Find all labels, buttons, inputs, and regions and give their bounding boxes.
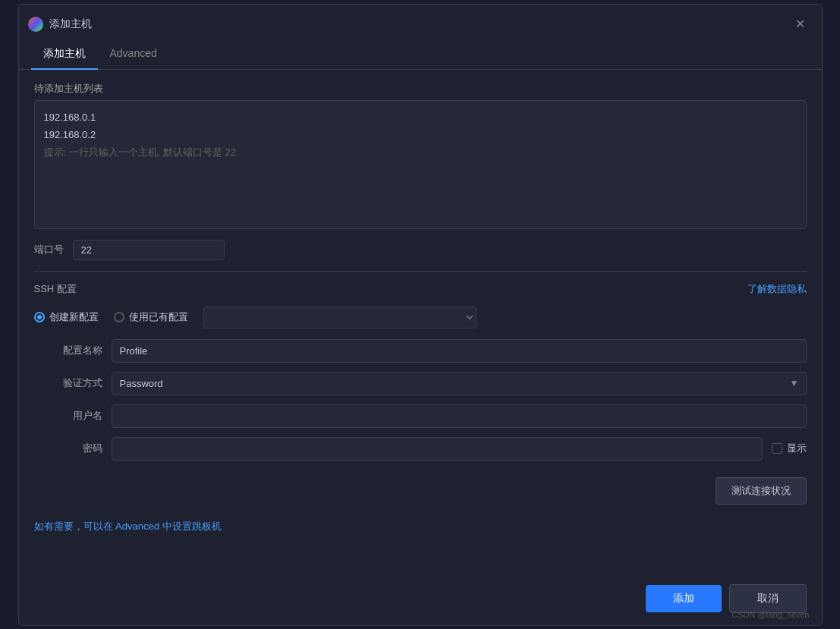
profile-name-row: 配置名称	[49, 339, 807, 363]
dialog-title: 添加主机	[49, 17, 92, 31]
cancel-button[interactable]: 取消	[729, 584, 807, 613]
profile-name-input[interactable]	[112, 339, 807, 363]
auth-method-wrapper: Password Key Agent ▼	[112, 372, 807, 395]
title-bar-left: 添加主机	[28, 17, 92, 32]
auth-method-row: 验证方式 Password Key Agent ▼	[49, 372, 807, 395]
radio-use-existing-indicator	[114, 312, 124, 322]
radio-create-new-indicator	[34, 312, 45, 322]
dialog-footer: 添加 取消	[19, 575, 822, 625]
divider	[34, 271, 807, 272]
test-connection-button[interactable]: 测试连接状况	[716, 477, 807, 505]
username-row: 用户名	[49, 404, 807, 428]
host-list-section: 待添加主机列表 192.168.0.1 192.168.0.2 提示: 一行只输…	[34, 82, 807, 229]
show-password-checkbox[interactable]	[772, 443, 782, 454]
add-host-dialog: 添加主机 ✕ 添加主机 Advanced 待添加主机列表 192.168.0.1…	[18, 4, 823, 626]
watermark: CSDN @tang_seven	[731, 610, 809, 619]
ssh-config-label: SSH 配置	[34, 282, 77, 296]
tab-advanced[interactable]: Advanced	[98, 39, 169, 70]
radio-use-existing-label: 使用已有配置	[129, 310, 188, 324]
host-entry-2: 192.168.0.2	[44, 126, 797, 143]
show-password-label: 显示	[787, 442, 807, 455]
username-input[interactable]	[112, 404, 807, 428]
show-password-checkbox-wrapper[interactable]: 显示	[772, 442, 807, 455]
auth-method-label: 验证方式	[49, 376, 102, 390]
password-input[interactable]	[112, 437, 763, 461]
dialog-content: 待添加主机列表 192.168.0.1 192.168.0.2 提示: 一行只输…	[19, 70, 822, 575]
username-label: 用户名	[49, 409, 102, 423]
title-bar: 添加主机 ✕	[19, 5, 822, 36]
port-row: 端口号	[34, 240, 807, 260]
port-input[interactable]	[73, 240, 225, 260]
radio-create-new[interactable]: 创建新配置	[34, 310, 99, 324]
host-list-label: 待添加主机列表	[34, 82, 807, 96]
radio-row: 创建新配置 使用已有配置	[34, 307, 807, 329]
profile-name-label: 配置名称	[49, 344, 102, 357]
password-label: 密码	[49, 442, 102, 455]
ssh-config-header: SSH 配置 了解数据隐私	[34, 282, 807, 296]
host-list-input[interactable]: 192.168.0.1 192.168.0.2 提示: 一行只输入一个主机, 默…	[34, 100, 807, 229]
host-list-hint: 提示: 一行只输入一个主机, 默认端口号是 22	[44, 143, 797, 161]
privacy-link[interactable]: 了解数据隐私	[747, 282, 807, 296]
host-entry-1: 192.168.0.1	[44, 109, 797, 126]
password-row: 密码 显示	[49, 437, 807, 461]
ssh-form: 配置名称 验证方式 Password Key Agent ▼ 用户名	[34, 339, 807, 461]
app-icon	[28, 17, 43, 32]
tabs-bar: 添加主机 Advanced	[19, 39, 822, 70]
close-button[interactable]: ✕	[791, 15, 810, 33]
auth-method-select[interactable]: Password Key Agent	[112, 372, 807, 395]
tab-add-host[interactable]: 添加主机	[31, 39, 98, 70]
radio-create-new-label: 创建新配置	[49, 310, 99, 324]
existing-config-select[interactable]	[203, 307, 477, 329]
port-label: 端口号	[34, 243, 64, 256]
add-button[interactable]: 添加	[646, 585, 722, 612]
test-btn-row: 测试连接状况	[34, 477, 807, 505]
radio-use-existing[interactable]: 使用已有配置	[114, 310, 188, 324]
advanced-hint: 如有需要，可以在 Advanced 中设置跳板机	[34, 520, 807, 533]
